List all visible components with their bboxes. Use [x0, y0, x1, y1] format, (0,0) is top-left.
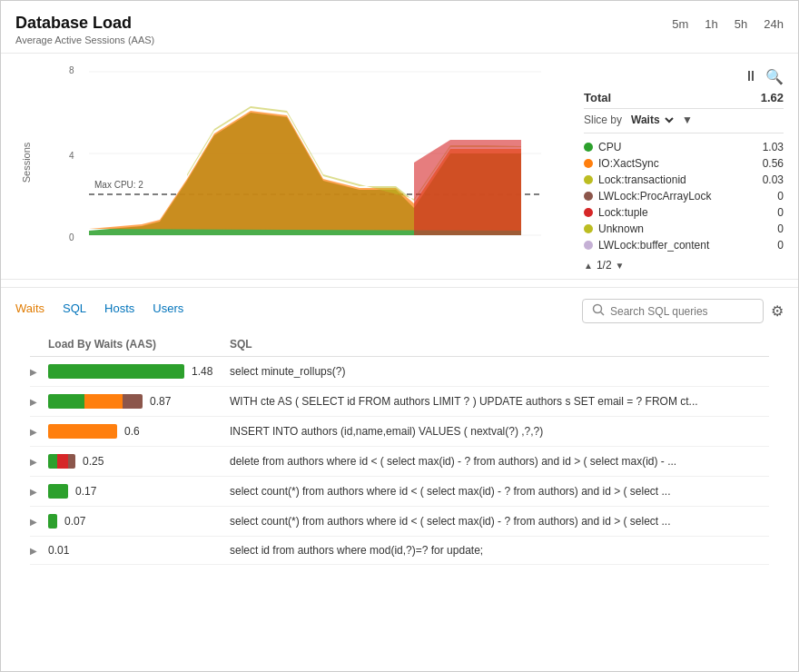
- legend-item-value: 0: [777, 190, 784, 203]
- time-24h[interactable]: 24h: [764, 17, 784, 31]
- sql-text[interactable]: delete from authors where id < ( select …: [230, 455, 738, 468]
- svg-text:8: 8: [69, 65, 74, 75]
- chart-legend: ⏸ 🔍 Total 1.62 Slice by Waits SQL Hosts …: [584, 63, 784, 272]
- legend-color-dot: [584, 208, 593, 217]
- legend-item-left: Lock:tuple: [584, 206, 648, 219]
- time-1h[interactable]: 1h: [705, 17, 717, 31]
- col-sql: SQL: [230, 338, 769, 351]
- chart-wrapper: Sessions 8 4 0 Max CPU: 2: [15, 63, 784, 272]
- svg-point-18: [594, 305, 602, 313]
- bar-value: 0.17: [75, 485, 96, 498]
- legend-item[interactable]: CPU 1.03: [584, 139, 784, 155]
- table-row: ▶ 0.25 delete from authors where id < ( …: [30, 447, 769, 477]
- bar-container: [48, 484, 68, 499]
- col-load: Load By Waits (AAS): [48, 338, 230, 351]
- bar-cell: 0.07: [48, 514, 230, 529]
- table-header: Load By Waits (AAS) SQL: [30, 332, 769, 357]
- legend-item-name: Lock:transactionid: [598, 173, 686, 186]
- bar-cell: 0.17: [48, 484, 230, 499]
- header: Database Load Average Active Sessions (A…: [1, 1, 798, 54]
- svg-text:14:20: 14:20: [251, 243, 273, 244]
- bar-container: [48, 364, 184, 379]
- bar-value: 0.07: [64, 515, 85, 528]
- legend-item-name: LWLock:buffer_content: [598, 239, 709, 252]
- bar-container: [48, 514, 57, 529]
- legend-item[interactable]: LWLock:buffer_content 0: [584, 237, 784, 253]
- tabs-section: Waits SQL Hosts Users ⚙: [1, 287, 798, 565]
- bar-segment: [48, 484, 68, 499]
- svg-text:14:50: 14:50: [494, 243, 517, 244]
- table-row: ▶ 0.87 WITH cte AS ( SELECT id FROM auth…: [30, 387, 769, 417]
- bar-segment: [48, 514, 57, 529]
- sql-text[interactable]: select count(*) from authors where id < …: [230, 515, 738, 528]
- row-expand-icon[interactable]: ▶: [30, 487, 48, 497]
- legend-item-value: 1.03: [763, 141, 784, 153]
- slice-by-label: Slice by: [584, 114, 622, 126]
- sql-text[interactable]: WITH cte AS ( SELECT id FROM authors LIM…: [230, 395, 738, 408]
- legend-controls: ⏸ 🔍: [584, 68, 784, 85]
- bar-segment: [48, 394, 84, 409]
- tab-waits[interactable]: Waits: [15, 301, 44, 321]
- dropdown-arrow: ▼: [682, 114, 693, 126]
- pause-icon[interactable]: ⏸: [744, 68, 758, 85]
- svg-text:0: 0: [69, 232, 74, 242]
- sql-text[interactable]: select minute_rollups(?): [230, 365, 738, 378]
- tabs: Waits SQL Hosts Users: [15, 301, 183, 321]
- bar-segment: [48, 364, 184, 379]
- svg-text:Max CPU: 2: Max CPU: 2: [94, 180, 143, 190]
- pag-next[interactable]: ▼: [616, 261, 625, 271]
- legend-item-value: 0.56: [763, 157, 784, 170]
- legend-color-dot: [584, 241, 593, 250]
- gear-icon[interactable]: ⚙: [771, 302, 784, 320]
- legend-item[interactable]: Lock:transactionid 0.03: [584, 172, 784, 188]
- legend-color-dot: [584, 143, 593, 152]
- time-5m[interactable]: 5m: [672, 17, 688, 31]
- main-container: Database Load Average Active Sessions (A…: [0, 0, 799, 672]
- pag-prev[interactable]: ▲: [584, 261, 593, 271]
- bar-segment: [48, 424, 117, 439]
- legend-item[interactable]: Unknown 0: [584, 221, 784, 237]
- sql-text[interactable]: select count(*) from authors where id < …: [230, 485, 738, 498]
- col-expand: [30, 338, 48, 351]
- total-value: 1.62: [761, 91, 784, 104]
- legend-item-name: CPU: [598, 141, 621, 153]
- svg-text:14:30: 14:30: [332, 243, 355, 244]
- search-input[interactable]: [610, 305, 754, 318]
- bar-segment: [68, 454, 75, 469]
- sql-text[interactable]: INSERT INTO authors (id,name,email) VALU…: [230, 425, 738, 438]
- row-expand-icon[interactable]: ▶: [30, 427, 48, 437]
- legend-item-left: Unknown: [584, 222, 644, 235]
- search-box[interactable]: [582, 299, 764, 323]
- row-expand-icon[interactable]: ▶: [30, 517, 48, 527]
- table-row: ▶ 0.17 select count(*) from authors wher…: [30, 477, 769, 507]
- tabs-row: Waits SQL Hosts Users ⚙: [15, 299, 784, 323]
- legend-item[interactable]: LWLock:ProcArrayLock 0: [584, 188, 784, 204]
- row-expand-icon[interactable]: ▶: [30, 457, 48, 467]
- bar-cell: 0.25: [48, 454, 230, 469]
- tab-hosts[interactable]: Hosts: [104, 301, 134, 321]
- legend-item-left: Lock:transactionid: [584, 173, 686, 186]
- sql-text[interactable]: select id from authors where mod(id,?)=?…: [230, 544, 738, 557]
- slice-by-select[interactable]: Waits SQL Hosts Users: [627, 113, 676, 127]
- table-row: ▶ 1.48 select minute_rollups(?): [30, 357, 769, 387]
- tab-sql[interactable]: SQL: [63, 301, 86, 321]
- y-axis-label: Sessions: [21, 143, 32, 183]
- chart-section: Sessions 8 4 0 Max CPU: 2: [1, 54, 798, 272]
- legend-item-name: IO:XactSync: [598, 157, 659, 170]
- pagination-row: ▲ 1/2 ▼: [584, 259, 784, 272]
- bar-value: 0.25: [83, 455, 104, 468]
- legend-item[interactable]: Lock:tuple 0: [584, 204, 784, 221]
- svg-text:4: 4: [69, 151, 74, 161]
- svg-text:14:00: 14:00: [89, 243, 112, 244]
- row-expand-icon[interactable]: ▶: [30, 397, 48, 407]
- zoom-icon[interactable]: 🔍: [765, 68, 784, 85]
- legend-item-value: 0.03: [763, 173, 784, 186]
- legend-item[interactable]: IO:XactSync 0.56: [584, 155, 784, 172]
- row-expand-icon[interactable]: ▶: [30, 546, 48, 556]
- row-expand-icon[interactable]: ▶: [30, 367, 48, 377]
- chart-svg-container: 8 4 0 Max CPU: 2 14:00 14:10 14:20: [41, 63, 569, 244]
- legend-item-value: 0: [777, 206, 784, 219]
- tab-users[interactable]: Users: [153, 301, 183, 321]
- time-5h[interactable]: 5h: [735, 17, 747, 31]
- bar-cell: 0.01: [48, 544, 230, 557]
